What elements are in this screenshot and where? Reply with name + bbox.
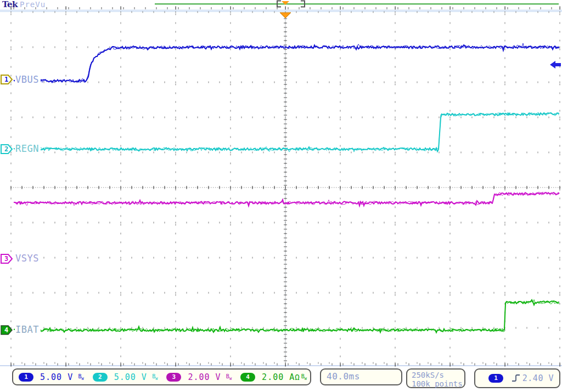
channel-readout-panel[interactable]: 1 5.00 V BW 2 5.00 V BW 3 2.00 V BW 4 2.… (12, 368, 311, 385)
ch2-bandwidth-icon: BW (152, 373, 158, 381)
svg-text:1: 1 (4, 76, 8, 83)
ch1-scale: 5.00 V (40, 372, 73, 382)
trace-ibat (14, 300, 559, 333)
tek-logo: Tek (2, 0, 18, 9)
sample-rate: 250kS/s (412, 371, 464, 379)
trigger-level-icon[interactable] (550, 61, 561, 69)
trigger-position-icon[interactable] (280, 13, 291, 18)
horizontal-scale-readout[interactable]: 40.0ms (320, 368, 402, 385)
ch4-waveform-label: IBAT (15, 325, 41, 335)
record-length: 100k points (412, 379, 464, 388)
acquisition-readout[interactable]: 250kS/s 100k points (406, 368, 465, 388)
ch4-scale: 2.00 A (262, 372, 295, 382)
ch2-readout[interactable]: 2 5.00 V BW (87, 372, 161, 382)
svg-text:4: 4 (4, 326, 8, 334)
ch1-waveform-label: VBUS (15, 75, 41, 85)
ch3-waveform-label: VSYS (15, 253, 41, 264)
acquisition-mode-label: PreVu (20, 0, 46, 9)
trigger-source-badge: 1 (488, 374, 503, 383)
ch1-badge: 1 (19, 373, 33, 382)
ch3-bandwidth-icon: BW (226, 373, 232, 381)
svg-text:3: 3 (4, 255, 8, 263)
ch2-scale: 5.00 V (114, 372, 147, 382)
rising-edge-icon (511, 373, 521, 383)
ch1-ground-marker[interactable]: 1 (1, 75, 13, 84)
ch2-waveform-label: REGN (15, 144, 41, 154)
timebase-value: 40.0ms (327, 371, 360, 382)
ch2-badge: 2 (93, 373, 108, 382)
ch4-badge: 4 (240, 373, 255, 382)
ch3-ground-marker[interactable]: 3 (1, 254, 13, 264)
ch4-impedance-icon: Ω (295, 373, 299, 382)
scope-display (0, 0, 562, 392)
ch1-readout[interactable]: 1 5.00 V BW (13, 372, 87, 382)
header: Tek PreVu (0, 0, 562, 9)
ch1-bandwidth-icon: BW (78, 373, 83, 381)
trigger-level-value: 2.40 V (522, 373, 554, 383)
trigger-readout[interactable]: 1 2.40 V (474, 368, 560, 388)
ch4-readout[interactable]: 4 2.00 A Ω BW (235, 372, 310, 382)
graticule-top-band (0, 10, 562, 13)
ch3-badge: 3 (166, 373, 181, 382)
ch3-scale: 2.00 V (188, 372, 221, 382)
ch4-bandwidth-icon: BW (301, 373, 307, 381)
svg-text:2: 2 (4, 145, 8, 153)
ch4-ground-marker[interactable]: 4 (1, 325, 13, 335)
oscilloscope-screen: { "header": { "logo": "Tek", "acq_mode":… (0, 0, 562, 392)
ch2-ground-marker[interactable]: 2 (1, 144, 13, 154)
ch3-readout[interactable]: 3 2.00 V BW (161, 372, 235, 382)
center-axes (11, 12, 561, 363)
graticule-bottom-band (0, 365, 562, 366)
